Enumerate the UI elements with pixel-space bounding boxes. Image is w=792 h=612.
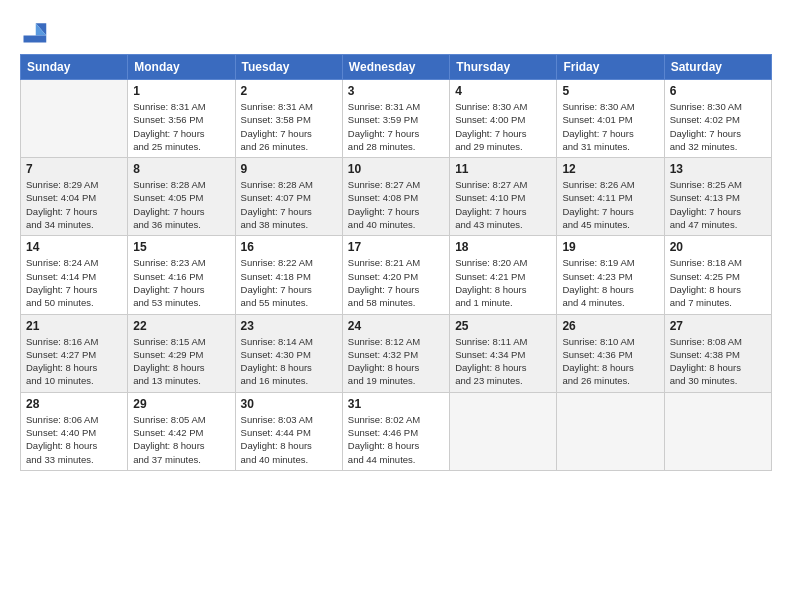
cell-line: Sunset: 4:10 PM xyxy=(455,191,551,204)
calendar-cell: 5Sunrise: 8:30 AMSunset: 4:01 PMDaylight… xyxy=(557,80,664,158)
calendar-cell: 12Sunrise: 8:26 AMSunset: 4:11 PMDayligh… xyxy=(557,158,664,236)
cell-line: Sunrise: 8:22 AM xyxy=(241,256,337,269)
cell-line: Sunrise: 8:05 AM xyxy=(133,413,229,426)
day-number: 28 xyxy=(26,397,122,411)
day-number: 26 xyxy=(562,319,658,333)
cell-line: Sunrise: 8:23 AM xyxy=(133,256,229,269)
day-number: 16 xyxy=(241,240,337,254)
cell-line: Sunset: 4:01 PM xyxy=(562,113,658,126)
calendar-cell: 1Sunrise: 8:31 AMSunset: 3:56 PMDaylight… xyxy=(128,80,235,158)
cell-line: and 28 minutes. xyxy=(348,140,444,153)
cell-line: Sunset: 4:23 PM xyxy=(562,270,658,283)
day-number: 24 xyxy=(348,319,444,333)
week-row-1: 1Sunrise: 8:31 AMSunset: 3:56 PMDaylight… xyxy=(21,80,772,158)
cell-line: Daylight: 8 hours xyxy=(26,361,122,374)
cell-line: Daylight: 7 hours xyxy=(562,127,658,140)
header-row: SundayMondayTuesdayWednesdayThursdayFrid… xyxy=(21,55,772,80)
cell-line: Sunrise: 8:24 AM xyxy=(26,256,122,269)
cell-line: Daylight: 7 hours xyxy=(348,127,444,140)
day-header-wednesday: Wednesday xyxy=(342,55,449,80)
cell-line: Sunset: 4:11 PM xyxy=(562,191,658,204)
cell-line: Sunset: 4:38 PM xyxy=(670,348,766,361)
cell-line: Sunrise: 8:28 AM xyxy=(241,178,337,191)
day-header-tuesday: Tuesday xyxy=(235,55,342,80)
cell-line: Sunset: 4:18 PM xyxy=(241,270,337,283)
cell-line: Sunrise: 8:31 AM xyxy=(348,100,444,113)
cell-line: Sunset: 4:32 PM xyxy=(348,348,444,361)
cell-line: Daylight: 8 hours xyxy=(670,361,766,374)
cell-line: and 45 minutes. xyxy=(562,218,658,231)
cell-line: Daylight: 8 hours xyxy=(455,283,551,296)
cell-line: Sunset: 4:02 PM xyxy=(670,113,766,126)
day-number: 2 xyxy=(241,84,337,98)
cell-line: and 38 minutes. xyxy=(241,218,337,231)
cell-line: Sunset: 3:58 PM xyxy=(241,113,337,126)
calendar-cell: 26Sunrise: 8:10 AMSunset: 4:36 PMDayligh… xyxy=(557,314,664,392)
calendar-cell: 16Sunrise: 8:22 AMSunset: 4:18 PMDayligh… xyxy=(235,236,342,314)
day-number: 15 xyxy=(133,240,229,254)
cell-line: Sunrise: 8:14 AM xyxy=(241,335,337,348)
cell-line: and 58 minutes. xyxy=(348,296,444,309)
cell-line: and 40 minutes. xyxy=(348,218,444,231)
page: SundayMondayTuesdayWednesdayThursdayFrid… xyxy=(0,0,792,481)
day-number: 4 xyxy=(455,84,551,98)
day-number: 11 xyxy=(455,162,551,176)
calendar-cell: 22Sunrise: 8:15 AMSunset: 4:29 PMDayligh… xyxy=(128,314,235,392)
day-number: 14 xyxy=(26,240,122,254)
cell-line: Daylight: 8 hours xyxy=(133,439,229,452)
calendar-cell: 21Sunrise: 8:16 AMSunset: 4:27 PMDayligh… xyxy=(21,314,128,392)
week-row-4: 21Sunrise: 8:16 AMSunset: 4:27 PMDayligh… xyxy=(21,314,772,392)
day-header-saturday: Saturday xyxy=(664,55,771,80)
cell-line: Sunset: 4:36 PM xyxy=(562,348,658,361)
svg-rect-3 xyxy=(24,36,47,43)
cell-line: and 25 minutes. xyxy=(133,140,229,153)
calendar-cell: 31Sunrise: 8:02 AMSunset: 4:46 PMDayligh… xyxy=(342,392,449,470)
cell-line: Sunrise: 8:25 AM xyxy=(670,178,766,191)
cell-line: and 26 minutes. xyxy=(241,140,337,153)
cell-line: Sunrise: 8:21 AM xyxy=(348,256,444,269)
cell-line: Sunset: 4:21 PM xyxy=(455,270,551,283)
cell-line: Daylight: 8 hours xyxy=(348,439,444,452)
cell-line: Daylight: 7 hours xyxy=(26,283,122,296)
calendar-cell: 10Sunrise: 8:27 AMSunset: 4:08 PMDayligh… xyxy=(342,158,449,236)
cell-line: Sunset: 4:29 PM xyxy=(133,348,229,361)
calendar-cell: 29Sunrise: 8:05 AMSunset: 4:42 PMDayligh… xyxy=(128,392,235,470)
calendar-cell: 2Sunrise: 8:31 AMSunset: 3:58 PMDaylight… xyxy=(235,80,342,158)
cell-line: Daylight: 7 hours xyxy=(241,127,337,140)
cell-line: Sunrise: 8:12 AM xyxy=(348,335,444,348)
cell-line: and 32 minutes. xyxy=(670,140,766,153)
cell-line: Daylight: 7 hours xyxy=(670,205,766,218)
cell-line: Daylight: 7 hours xyxy=(348,205,444,218)
cell-line: and 29 minutes. xyxy=(455,140,551,153)
calendar-cell: 24Sunrise: 8:12 AMSunset: 4:32 PMDayligh… xyxy=(342,314,449,392)
cell-line: Sunset: 3:59 PM xyxy=(348,113,444,126)
calendar-cell: 28Sunrise: 8:06 AMSunset: 4:40 PMDayligh… xyxy=(21,392,128,470)
cell-line: Sunset: 4:05 PM xyxy=(133,191,229,204)
week-row-2: 7Sunrise: 8:29 AMSunset: 4:04 PMDaylight… xyxy=(21,158,772,236)
cell-line: Daylight: 8 hours xyxy=(133,361,229,374)
cell-line: Sunrise: 8:28 AM xyxy=(133,178,229,191)
day-number: 9 xyxy=(241,162,337,176)
day-header-sunday: Sunday xyxy=(21,55,128,80)
cell-line: and 53 minutes. xyxy=(133,296,229,309)
cell-line: Daylight: 7 hours xyxy=(133,283,229,296)
day-header-monday: Monday xyxy=(128,55,235,80)
cell-line: Sunset: 4:08 PM xyxy=(348,191,444,204)
calendar-cell: 18Sunrise: 8:20 AMSunset: 4:21 PMDayligh… xyxy=(450,236,557,314)
calendar-cell: 19Sunrise: 8:19 AMSunset: 4:23 PMDayligh… xyxy=(557,236,664,314)
cell-line: Sunrise: 8:16 AM xyxy=(26,335,122,348)
cell-line: and 26 minutes. xyxy=(562,374,658,387)
cell-line: and 31 minutes. xyxy=(562,140,658,153)
cell-line: Sunrise: 8:10 AM xyxy=(562,335,658,348)
cell-line: Sunrise: 8:03 AM xyxy=(241,413,337,426)
calendar-cell: 14Sunrise: 8:24 AMSunset: 4:14 PMDayligh… xyxy=(21,236,128,314)
cell-line: Sunset: 4:16 PM xyxy=(133,270,229,283)
cell-line: Sunrise: 8:30 AM xyxy=(455,100,551,113)
day-number: 27 xyxy=(670,319,766,333)
cell-line: Sunset: 4:25 PM xyxy=(670,270,766,283)
cell-line: Sunset: 4:46 PM xyxy=(348,426,444,439)
day-number: 30 xyxy=(241,397,337,411)
cell-line: Daylight: 8 hours xyxy=(348,361,444,374)
cell-line: Sunset: 4:14 PM xyxy=(26,270,122,283)
cell-line: Sunrise: 8:19 AM xyxy=(562,256,658,269)
